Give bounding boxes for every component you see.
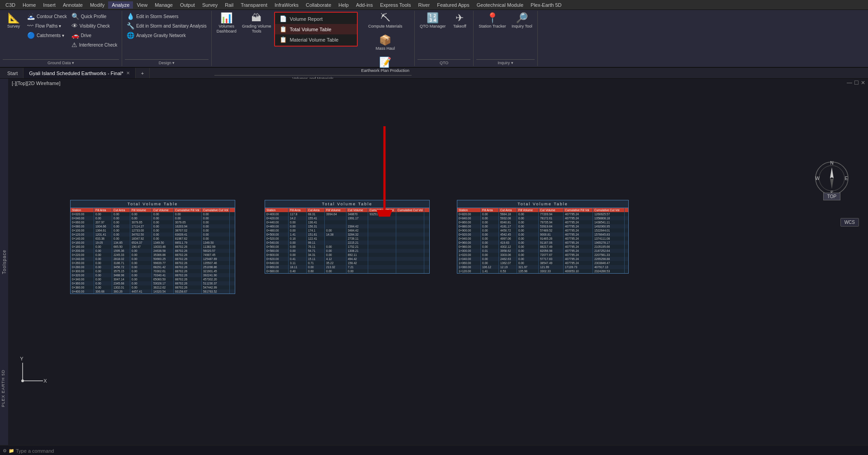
edit-storm-sewers-button[interactable]: 💧 Edit in Storm Sewers xyxy=(125,12,209,21)
table-row: 0+660.0018.110.00213.327.21 xyxy=(265,265,429,269)
material-volume-table-item[interactable]: 📋 Material Volume Table xyxy=(275,34,357,45)
menu-plex[interactable]: Plex-Earth 5D xyxy=(527,1,565,9)
contour-check-button[interactable]: 🗻 Contour Check xyxy=(25,12,69,21)
total-volume-table-item[interactable]: 📋 Total Volume Table xyxy=(275,24,357,34)
table-row: 0+160.0019.05134.856524.371349.5088511.7… xyxy=(71,241,235,245)
middle-volume-table: Total Volume Table Station Fill Area Cut… xyxy=(265,200,430,274)
inquiry-tool-button[interactable]: 🔎 Inquiry Tool xyxy=(509,12,535,30)
menu-addins[interactable]: Add-ins xyxy=(352,1,376,9)
menu-c3d[interactable]: C3D xyxy=(2,1,19,9)
menu-infraworks[interactable]: InfraWorks xyxy=(271,1,302,9)
plex-earth-label: PLEX EARTH 5D xyxy=(0,368,8,409)
minimize-button[interactable]: — xyxy=(847,80,852,86)
command-line[interactable]: ⚙ 📁 xyxy=(0,445,868,455)
qto-manager-button[interactable]: 🔢 QTO Manager xyxy=(417,12,448,30)
svg-text:N: N xyxy=(830,161,833,166)
maximize-button[interactable]: ☐ xyxy=(854,80,859,86)
drive-button[interactable]: 🚗 Drive xyxy=(70,31,119,40)
menu-output[interactable]: Output xyxy=(176,1,199,9)
menu-analyze[interactable]: Analyze xyxy=(108,1,133,9)
toolspace-label: Toolspace xyxy=(2,250,7,274)
menu-home[interactable]: Home xyxy=(19,1,39,9)
svg-text:E: E xyxy=(845,176,848,181)
table-row: 0+340.000.003047.140.0065060.5088702.264… xyxy=(71,277,235,281)
table-row: 1+020.000.003303.060.0072077.67407795.24… xyxy=(457,253,628,257)
svg-text:W: W xyxy=(815,176,820,181)
menu-express[interactable]: Express Tools xyxy=(376,1,414,9)
table-row: 0+180.000.00665.50190.4710033.4688702.26… xyxy=(71,245,235,249)
drive-icon: 🚗 xyxy=(71,32,79,39)
storm-sewers-icon: 💧 xyxy=(127,13,134,20)
survey-button[interactable]: 📐 Survey xyxy=(3,12,24,30)
table-row: 0+400.00306.68360.264457.4114320.5493158… xyxy=(71,289,235,294)
station-tracker-button[interactable]: 📍 Station Tracker xyxy=(476,12,508,30)
table-row: 0+460.000.00156.312384.42 xyxy=(265,224,429,228)
svg-point-14 xyxy=(21,379,24,382)
header-fill-vol: Fill Volume xyxy=(130,208,152,212)
table-row: 0+080.001004.660.0017114.270.0016203.940… xyxy=(71,224,235,228)
wcs-button[interactable]: WCS xyxy=(840,218,859,227)
command-folder-icon: 📁 xyxy=(9,448,14,453)
menu-collaborate[interactable]: Collaborate xyxy=(302,1,335,9)
viewport: Toolspace [-][Top][2D Wireframe] — ☐ ✕ N… xyxy=(0,79,868,445)
tab-close-icon[interactable]: ✕ xyxy=(126,71,130,76)
menu-annotate[interactable]: Annotate xyxy=(59,1,86,9)
table-row: 0+360.000.002345.680.0053028.1788702.265… xyxy=(71,281,235,285)
earthwork-plan-button[interactable]: 📝 Earthwork Plan Production xyxy=(359,56,412,75)
tab-gyali[interactable]: Gyali Island Scheduled Earthworks - Fina… xyxy=(24,68,135,78)
menu-modify[interactable]: Modify xyxy=(86,1,108,9)
volumes-dashboard-button[interactable]: 📊 VolumesDashboard xyxy=(214,12,239,35)
header-station: Station xyxy=(71,208,94,212)
ground-data-label: Ground Data ▾ xyxy=(3,59,119,65)
quick-profile-button[interactable]: 🔍 Quick Profile xyxy=(70,12,119,21)
table-row: 1+080.00106.1212.19321.97121.9917139.734… xyxy=(457,265,628,269)
gravity-icon: 🌐 xyxy=(127,32,134,39)
interference-check-button[interactable]: ⚠ Interference Check xyxy=(70,40,119,49)
menu-transparent[interactable]: Transparent xyxy=(237,1,271,9)
grading-volume-tools-button[interactable]: 🏔 Grading VolumeTools xyxy=(240,12,274,35)
svg-marker-7 xyxy=(830,178,834,189)
tab-start[interactable]: Start xyxy=(2,68,24,78)
resize-controls: — ☐ ✕ xyxy=(847,80,865,86)
table-row: 0+300.000.003575.150.0070302.6188702.263… xyxy=(71,269,235,273)
table-row: 0+100.001364.610.0012733.000.0038707.020… xyxy=(71,228,235,232)
volume-report-item[interactable]: 📄 Volume Report xyxy=(275,14,357,24)
table-row: 0+980.000.004302.120.0088217.49407795.24… xyxy=(457,245,628,249)
command-input[interactable] xyxy=(16,448,865,454)
menu-manage[interactable]: Manage xyxy=(151,1,176,9)
tab-add[interactable]: + xyxy=(136,68,150,78)
compute-materials-button[interactable]: ⛏ Compute Materials xyxy=(359,12,412,30)
ribbon-group-inquiry: 📍 Station Tracker 🔎 Inquiry Tool Inquiry… xyxy=(474,11,537,66)
right-table-title: Total Volume Table xyxy=(457,200,628,208)
header-cut-area: Cut Area xyxy=(112,208,130,212)
table-row: 0+380.000.001302.010.0036212.6288702.265… xyxy=(71,285,235,289)
takeoff-button[interactable]: ✈ Takeoff xyxy=(449,12,470,30)
analyze-gravity-button[interactable]: 🌐 Analyze Gravity Network xyxy=(125,31,209,40)
menu-geo[interactable]: Geotechnical Module xyxy=(473,1,527,9)
menu-insert[interactable]: Insert xyxy=(39,1,59,9)
close-viewport-button[interactable]: ✕ xyxy=(861,80,865,86)
table-row: 0+640.003.110.7135.22158.42 xyxy=(265,261,429,265)
menu-river[interactable]: River xyxy=(414,1,433,9)
menu-help[interactable]: Help xyxy=(335,1,352,9)
table-row: 0+020.000.000.000.000.000.000.00 xyxy=(71,212,235,216)
storm-sanitary-icon: 🔧 xyxy=(127,22,134,29)
visibility-check-button[interactable]: 👁 Visibility Check xyxy=(70,21,119,30)
menu-view[interactable]: View xyxy=(133,1,151,9)
menu-survey[interactable]: Survey xyxy=(199,1,221,9)
table-row: 0+600.000.0034.310.00892.11 xyxy=(265,253,429,257)
takeoff-icon: ✈ xyxy=(455,13,464,23)
ribbon: 📐 Survey 🗻 Contour Check 〰 Flow Paths ▾ … xyxy=(0,10,868,68)
table-row: 0+140.00633.380.0018347.920.0081967.620.… xyxy=(71,237,235,241)
flow-paths-button[interactable]: 〰 Flow Paths ▾ xyxy=(25,21,69,30)
ribbon-group-qto: 🔢 QTO Manager ✈ Takeoff QTO xyxy=(415,11,474,66)
menu-featured[interactable]: Featured Apps xyxy=(433,1,473,9)
table-row: 0+060.00207.970.003079.650.003079.650.00 xyxy=(71,220,235,224)
mass-haul-button[interactable]: 📦 Mass Haul xyxy=(359,34,412,52)
table-row: 1+120.001.410.53135.983302.33400053.1023… xyxy=(457,269,628,273)
header-cum-fill: Cumulative Fill Vol xyxy=(174,208,202,212)
edit-storm-sanitary-button[interactable]: 🔧 Edit in Storm and Sanitary Analysis xyxy=(125,21,209,30)
top-view-button[interactable]: TOP xyxy=(823,193,840,200)
catchments-button[interactable]: 🔵 Catchments ▾ xyxy=(25,31,69,40)
menu-rail[interactable]: Rail xyxy=(221,1,237,9)
